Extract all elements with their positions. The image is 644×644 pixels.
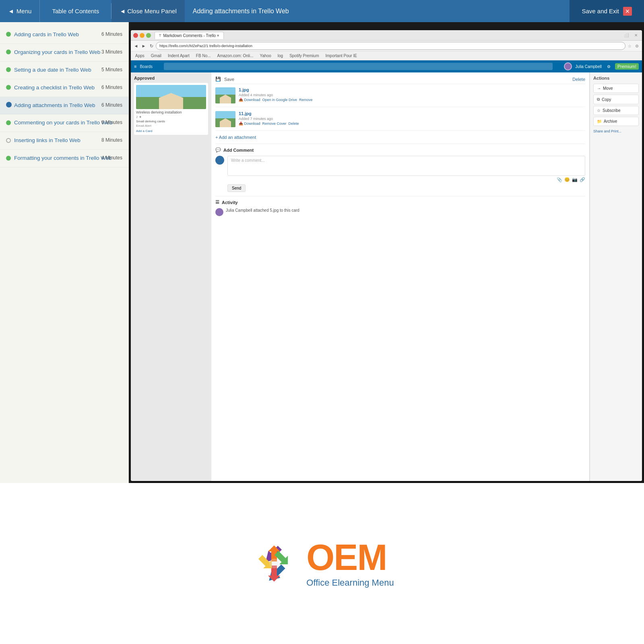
bookmark-gmail[interactable]: Gmail (149, 53, 164, 58)
restore-btn[interactable]: ⬜ (622, 33, 631, 37)
browser-max-btn[interactable] (146, 33, 151, 38)
back-btn[interactable]: ◄ (133, 43, 139, 49)
sidebar-item-checklist[interactable]: 6 Minutes Creating a checklist in Trello… (0, 79, 128, 97)
bookmark-yahoo[interactable]: Yahoo (258, 53, 274, 58)
list-title: Approved (134, 76, 208, 80)
address-bar[interactable]: https://trello.com/c/MZePaz2/1 trello/o-… (156, 42, 625, 50)
bookmark-important[interactable]: Important Pour IE (323, 53, 359, 58)
commenter-avatar (215, 156, 224, 165)
menu-button[interactable]: ◄ Menu (0, 0, 40, 22)
sidebar-item-attachments[interactable]: 6 Minutes Adding attachments in Trello W… (0, 97, 128, 115)
archive-button[interactable]: 📁 Archive (593, 117, 639, 126)
browser-close-btn[interactable] (133, 33, 138, 38)
download-link-1[interactable]: 📥 Download (239, 98, 260, 102)
sidebar-item-commenting[interactable]: 6 Minutes Commenting on your cards in Tr… (0, 114, 128, 132)
trello-settings-icon[interactable]: ⚙ (607, 64, 611, 69)
attachment-name-2: 11.jpg (239, 111, 585, 116)
comment-placeholder: Write a comment... (231, 158, 265, 163)
move-icon: → (597, 86, 601, 91)
oem-logo-text: OEM Office Elearning Menu (306, 539, 394, 588)
trello-list-approved: Approved Wireless deriving installation … (131, 72, 211, 481)
item-minutes: 6 Minutes (101, 102, 122, 108)
comment-input[interactable]: Write a comment... (227, 156, 585, 176)
attachment-info-2: 11.jpg Added 7 minutes ago 📥 Download Re… (239, 111, 585, 126)
attach-icon[interactable]: 📎 (557, 177, 562, 182)
lesson-title: Adding attachments in Trello Web (185, 0, 570, 22)
close-panel-button[interactable]: ◄ Close Menu Panel (111, 0, 185, 22)
actions-panel: Actions → Move ⧉ Copy ☆ Subscribe (590, 72, 642, 481)
trello-user-avatar[interactable] (564, 62, 572, 70)
trello-detail-panel: 💾 Save Delete 1.jpg Added 4 minutes a (211, 72, 642, 481)
attachment-thumb-1 (215, 87, 235, 103)
add-card-link[interactable]: Add a Card (136, 129, 206, 133)
bookmark-amazon[interactable]: Amazon.com: Onli... (215, 53, 256, 58)
star-icon[interactable]: ☆ (627, 44, 633, 48)
trello-icon: ≡ (134, 64, 136, 69)
link-icon[interactable]: 🔗 (580, 177, 585, 182)
forward-btn[interactable]: ► (140, 43, 147, 49)
close-panel-label: ◄ Close Menu Panel (120, 8, 177, 14)
card-sublabel: Small deriving cards (136, 120, 206, 123)
sidebar-item-formatting[interactable]: 4 Minutes Formatting your comments in Tr… (0, 150, 128, 167)
menu-label: Menu (17, 8, 32, 14)
trello-card[interactable]: Wireless deriving installation 2 ★ Small… (134, 83, 208, 135)
extensions-icon[interactable]: ⚙ (634, 44, 640, 48)
item-status-dot (6, 137, 11, 144)
panel-title-text: Save (224, 77, 234, 82)
copy-icon: ⧉ (597, 97, 600, 102)
trello-search[interactable] (164, 63, 553, 70)
subscribe-button[interactable]: ☆ Subscribe (593, 106, 639, 115)
download-link-2[interactable]: 📥 Download (239, 122, 260, 126)
image-icon[interactable]: 📷 (572, 177, 578, 182)
attachment-thumb-2 (215, 111, 235, 127)
bookmark-log[interactable]: log (275, 53, 285, 58)
sidebar-item-due-date[interactable]: 5 Minutes Setting a due date in Trello W… (0, 62, 128, 79)
boards-nav[interactable]: Boards (140, 64, 153, 69)
bookmark-apps[interactable]: Apps (133, 53, 147, 58)
send-button[interactable]: Send (227, 184, 246, 192)
delete-link[interactable]: Delete (572, 77, 585, 82)
refresh-btn[interactable]: ↻ (148, 43, 155, 49)
remove-cover-link[interactable]: Remove Cover (262, 122, 287, 126)
add-attachment-link[interactable]: + Add an attachment (215, 135, 585, 140)
item-minutes: 4 Minutes (101, 155, 122, 161)
bookmarks-bar: Apps Gmail Indent Apart FB No... Amazon.… (131, 52, 642, 60)
gdrive-link[interactable]: Open in Google Drive (262, 98, 297, 102)
browser-x-btn[interactable]: ✕ (632, 33, 640, 37)
item-status-dot (6, 120, 11, 127)
copy-button[interactable]: ⧉ Copy (593, 95, 639, 104)
card-image (136, 85, 206, 109)
comment-input-container: Write a comment... 📎 😊 📷 🔗 (227, 156, 585, 192)
bookmark-fb[interactable]: FB No... (194, 53, 213, 58)
sidebar-item-adding-cards[interactable]: 6 Minutes Adding cards in Trello Web (0, 26, 128, 44)
comment-icon: 💬 (215, 147, 221, 153)
sidebar-item-inserting-links[interactable]: 8 Minutes Inserting links in Trello Web (0, 132, 128, 150)
subscribe-label: Subscribe (603, 108, 620, 113)
close-icon[interactable]: ✕ (623, 7, 632, 16)
share-print-link[interactable]: Share and Print... (593, 129, 639, 133)
emoji-icon[interactable]: 😊 (564, 177, 570, 182)
add-comment-section: 💬 Add Comment Write a comment... (215, 144, 585, 192)
sidebar-item-organizing[interactable]: 3 Minutes Organizing your cards in Trell… (0, 44, 128, 62)
remove-link-1[interactable]: Remove (299, 98, 313, 102)
main-content: 6 Minutes Adding cards in Trello Web 3 M… (0, 22, 644, 483)
archive-label: Archive (604, 119, 617, 124)
premium-badge[interactable]: Premium! (615, 63, 639, 70)
item-status-dot (6, 66, 11, 74)
bookmark-indent[interactable]: Indent Apart (165, 53, 192, 58)
item-minutes: 5 Minutes (101, 67, 122, 72)
item-minutes: 6 Minutes (101, 85, 122, 90)
activity-title: Activity (222, 200, 238, 205)
card-title: Wireless deriving installation (136, 110, 206, 114)
item-minutes: 6 Minutes (101, 31, 122, 37)
activity-header: ☰ Activity (215, 200, 585, 205)
save-exit-button[interactable]: Save and Exit ✕ (570, 0, 644, 22)
browser-tab[interactable]: T Markdown Comments - Trello × (155, 32, 224, 39)
browser-mockup: T Markdown Comments - Trello × ⬜ ✕ ◄ ► ↻… (131, 30, 642, 481)
attachment-meta-2: Added 7 minutes ago (239, 117, 585, 121)
bookmark-spotify[interactable]: Spotify Premium (287, 53, 321, 58)
delete-link-2[interactable]: Delete (289, 122, 299, 126)
add-comment-title: Add Comment (223, 148, 254, 153)
browser-min-btn[interactable] (140, 33, 144, 38)
move-button[interactable]: → Move (593, 84, 639, 93)
